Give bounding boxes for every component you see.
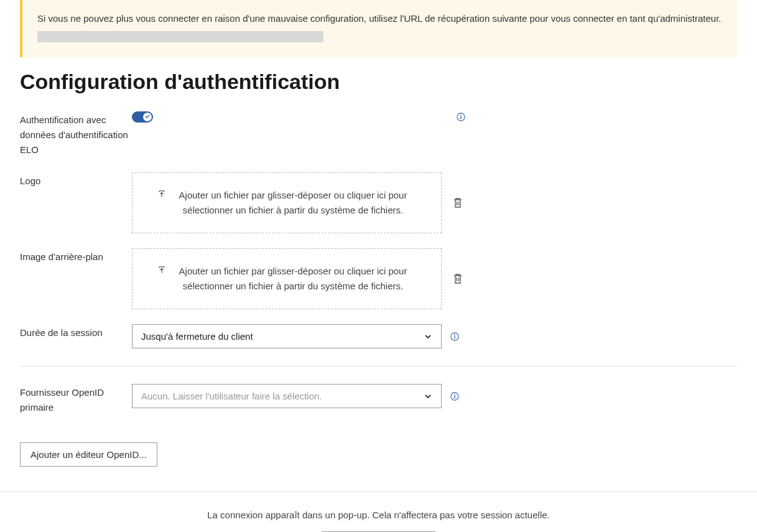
add-openid-button[interactable]: Ajouter un éditeur OpenID... (20, 442, 157, 467)
info-icon[interactable] (457, 113, 465, 121)
logo-label: Logo (20, 172, 132, 189)
elo-auth-label: Authentification avec données d'authenti… (20, 111, 132, 157)
svg-point-7 (454, 394, 455, 395)
session-duration-value: Jusqu'à fermeture du client (141, 331, 253, 342)
chevron-down-icon (424, 392, 432, 401)
upload-icon (157, 190, 166, 198)
logo-dropzone-text: Ajouter un fichier par glisser-déposer o… (170, 188, 416, 218)
chevron-down-icon (424, 332, 432, 341)
trash-icon (453, 197, 463, 208)
logo-dropzone[interactable]: Ajouter un fichier par glisser-déposer o… (132, 172, 442, 233)
svg-point-4 (454, 334, 455, 335)
openid-provider-label: Fournisseur OpenID primaire (20, 384, 132, 415)
openid-provider-placeholder: Aucun. Laisser l'utilisateur faire la sé… (141, 391, 322, 401)
svg-rect-2 (460, 116, 461, 119)
background-delete-button[interactable] (450, 271, 465, 287)
background-label: Image d'arrière-plan (20, 248, 132, 264)
session-duration-select[interactable]: Jusqu'à fermeture du client (132, 324, 442, 348)
alert-text: Si vous ne pouvez plus vous connecter en… (37, 11, 722, 26)
recovery-url-redacted (37, 31, 323, 42)
info-icon[interactable] (450, 392, 459, 401)
upload-icon (157, 266, 166, 274)
background-dropzone-text: Ajouter un fichier par glisser-déposer o… (170, 264, 416, 294)
background-dropzone[interactable]: Ajouter un fichier par glisser-déposer o… (132, 248, 442, 309)
divider (20, 366, 737, 366)
elo-auth-toggle[interactable] (132, 111, 153, 123)
info-icon[interactable] (450, 332, 459, 341)
svg-rect-5 (454, 336, 455, 338)
recovery-alert: Si vous ne pouvez plus vous connecter en… (20, 0, 737, 57)
logo-delete-button[interactable] (450, 195, 465, 211)
session-duration-label: Durée de la session (20, 324, 132, 340)
trash-icon (453, 273, 463, 284)
footer-text: La connexion apparaît dans un pop-up. Ce… (20, 510, 737, 520)
check-icon (144, 113, 151, 119)
openid-provider-select[interactable]: Aucun. Laisser l'utilisateur faire la sé… (132, 384, 442, 408)
svg-rect-8 (454, 396, 455, 398)
svg-point-1 (460, 115, 462, 116)
page-title: Configuration d'authentification (20, 70, 737, 94)
